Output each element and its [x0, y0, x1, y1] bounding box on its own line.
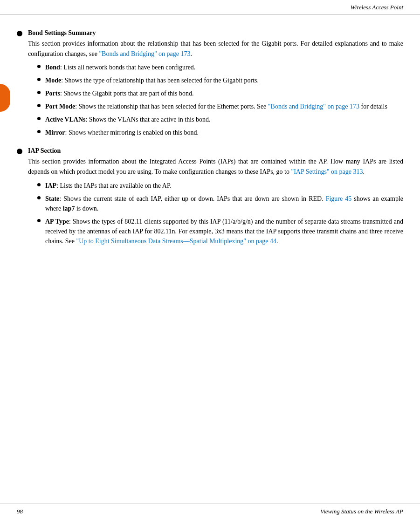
port-mode-link[interactable]: "Bonds and Bridging" on page 173 [268, 103, 359, 110]
iap-intro-suffix: . [363, 168, 365, 175]
sub-bullet-dot [37, 130, 41, 133]
sub-item-ap-type: AP Type: Shows the types of 802.11 clien… [45, 217, 403, 246]
list-item: IAP: Lists the IAPs that are available o… [37, 181, 403, 191]
list-item: Active VLANs: Shows the VLANs that are a… [37, 115, 403, 124]
footer-section-title: Viewing Status on the Wireless AP [320, 508, 403, 515]
desc-active-vlans: : Shows the VLANs that are active in thi… [85, 116, 210, 123]
sub-bullet-dot [37, 78, 41, 81]
page-header: Wireless Access Point [0, 0, 420, 14]
desc-state: : Shows the current state of each IAP, e… [59, 195, 325, 202]
bond-settings-title: Bond Settings Summary [28, 29, 403, 37]
bonds-bridging-link[interactable]: "Bonds and Bridging" on page 173 [99, 50, 190, 57]
sub-bullet-dot [37, 219, 41, 222]
sub-item-active-vlans: Active VLANs: Shows the VLANs that are a… [45, 115, 403, 124]
iap-sub-list: IAP: Lists the IAPs that are available o… [37, 181, 403, 246]
term-port-mode: Port Mode [45, 103, 75, 110]
term-iap: IAP [45, 182, 56, 189]
desc-mirror: : Shows whether mirroring is enabled on … [65, 129, 199, 136]
sub-item-mirror: Mirror: Shows whether mirroring is enabl… [45, 128, 403, 137]
iap-body: This section provides information about … [28, 157, 403, 177]
term-mirror: Mirror [45, 129, 65, 136]
sub-item-bond: Bond: Lists all network bonds that have … [45, 62, 403, 72]
bond-intro-text: This section provides information about … [28, 40, 403, 57]
port-mode-suffix: for details [359, 103, 387, 110]
bond-settings-body: This section provides information about … [28, 39, 403, 59]
desc-port-mode: : Shows the relationship that has been s… [75, 103, 268, 110]
desc-mode: : Shows the type of relationship that ha… [61, 77, 259, 84]
term-ports: Ports [45, 90, 60, 97]
sub-item-state: State: Shows the current state of each I… [45, 194, 403, 213]
sub-item-mode: Mode: Shows the type of relationship tha… [45, 75, 403, 85]
desc-ports: : Shows the Gigabit ports that are part … [60, 90, 194, 97]
footer-page-number: 98 [17, 508, 23, 515]
main-bullet-dot [17, 149, 22, 154]
page-footer: 98 Viewing Status on the Wireless AP [0, 504, 420, 519]
bond-settings-content: Bond Settings Summary This section provi… [28, 29, 403, 141]
bond-intro-suffix: . [191, 50, 193, 57]
iap-settings-link[interactable]: "IAP Settings" on page 313 [291, 168, 363, 175]
sub-bullet-dot [37, 104, 41, 107]
list-item: Ports: Shows the Gigabit ports that are … [37, 89, 403, 98]
main-bullet-dot [17, 31, 22, 36]
iap-section: IAP Section This section provides inform… [17, 147, 403, 249]
sub-item-ports: Ports: Shows the Gigabit ports that are … [45, 89, 403, 98]
list-item: State: Shows the current state of each I… [37, 194, 403, 213]
sub-bullet-dot [37, 65, 41, 68]
header-title: Wireless Access Point [351, 4, 403, 11]
sub-bullet-dot [37, 183, 41, 186]
ap-type-suffix: . [276, 238, 278, 245]
term-mode: Mode [45, 77, 61, 84]
sub-item-port-mode: Port Mode: Shows the relationship that h… [45, 102, 403, 111]
iap7-bold: iap7 [63, 205, 75, 212]
desc-bond: : Lists all network bonds that have been… [60, 64, 195, 71]
term-bond: Bond [45, 64, 60, 71]
sub-bullet-dot [37, 91, 41, 94]
list-item: Port Mode: Shows the relationship that h… [37, 102, 403, 111]
list-item: Mirror: Shows whether mirroring is enabl… [37, 128, 403, 137]
list-item: Mode: Shows the type of relationship tha… [37, 75, 403, 85]
state-end: is down. [75, 205, 98, 212]
desc-iap: : Lists the IAPs that are available on t… [56, 182, 172, 189]
term-active-vlans: Active VLANs [45, 116, 85, 123]
page-content: Bond Settings Summary This section provi… [0, 14, 420, 282]
term-state: State [45, 195, 59, 202]
sub-item-iap: IAP: Lists the IAPs that are available o… [45, 181, 403, 191]
list-item: Bond: Lists all network bonds that have … [37, 62, 403, 72]
iap-content: IAP Section This section provides inform… [28, 147, 403, 249]
iap-title: IAP Section [28, 147, 403, 155]
sub-bullet-dot [37, 117, 41, 120]
streams-link[interactable]: "Up to Eight Simultaneous Data Streams—S… [76, 238, 276, 245]
figure45-link[interactable]: Figure 45 [326, 195, 352, 202]
bond-settings-section: Bond Settings Summary This section provi… [17, 29, 403, 141]
list-item: AP Type: Shows the types of 802.11 clien… [37, 217, 403, 246]
sub-bullet-dot [37, 196, 41, 199]
term-ap-type: AP Type [45, 218, 69, 225]
bond-sub-list: Bond: Lists all network bonds that have … [37, 62, 403, 137]
